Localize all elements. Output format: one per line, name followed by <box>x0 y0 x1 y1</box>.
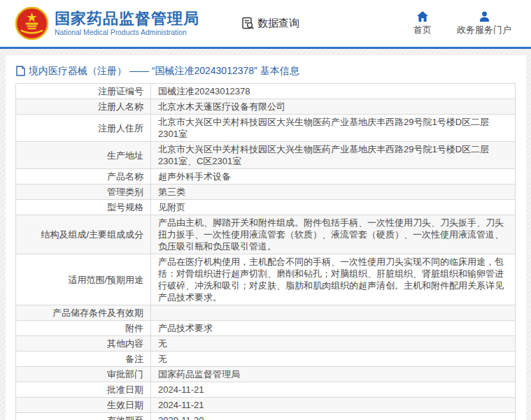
row-attachments: 附件 产品技术要求 <box>16 321 516 336</box>
field-label: 结构及组成/主要组成成分 <box>16 215 151 254</box>
field-value: 第三类 <box>151 184 516 200</box>
row-production-address: 生产地址 北京市大兴区中关村科技园区大兴生物医药产业基地庆丰西路29号院1号楼D… <box>16 142 516 169</box>
row-product-name: 产品名称 超声外科手术设备 <box>16 169 516 184</box>
national-emblem-icon <box>15 7 48 40</box>
agency-name-cn: 国家药品监督管理局 <box>55 10 199 27</box>
document-search-icon <box>241 17 255 30</box>
field-value <box>151 305 516 321</box>
nav-home[interactable]: 首页 <box>413 11 432 36</box>
row-approval-department: 审批部门 国家药品监督管理局 <box>16 367 516 382</box>
field-label: 管理类别 <box>16 184 151 200</box>
row-model-spec: 型号规格 见附页 <box>16 200 516 215</box>
field-label: 备注 <box>16 352 151 367</box>
content-panel: 境内医疗器械（注册） —— “国械注准20243012378” 基本信息 注册证… <box>6 55 526 420</box>
row-remarks: 备注 无 <box>16 352 516 367</box>
user-icon <box>479 11 490 22</box>
field-label: 适用范围/预期用途 <box>16 254 151 305</box>
field-value: 北京市大兴区中关村科技园区大兴生物医药产业基地庆丰西路29号院1号楼D区二层23… <box>151 115 516 142</box>
row-registration-number: 注册证编号 国械注准20243012378 <box>16 84 516 99</box>
agency-logo[interactable]: 国家药品监督管理局 National Medical Products Admi… <box>15 7 199 40</box>
row-approval-date: 批准日期 2024-11-21 <box>16 382 516 398</box>
field-label: 生效日期 <box>16 398 151 413</box>
agency-name-en: National Medical Products Administration <box>55 29 199 36</box>
nav-portal-label: 政务服务门户 <box>457 24 511 36</box>
field-value: 无 <box>151 352 516 367</box>
field-label: 批准日期 <box>16 382 151 398</box>
field-value: 2024-11-21 <box>151 382 516 398</box>
field-label: 注册人住所 <box>16 115 151 142</box>
field-label: 注册人名称 <box>16 99 151 115</box>
field-value: 无 <box>151 336 516 352</box>
row-registrant-address: 注册人住所 北京市大兴区中关村科技园区大兴生物医药产业基地庆丰西路29号院1号楼… <box>16 115 516 142</box>
row-registrant-name: 注册人名称 北京水木天蓬医疗设备有限公司 <box>16 99 516 115</box>
row-expiry-date: 有效期至 2029-11-20 <box>16 413 516 420</box>
document-icon <box>16 66 25 76</box>
row-management-category: 管理类别 第三类 <box>16 184 516 200</box>
row-intended-use: 适用范围/预期用途 产品在医疗机构使用，主机配合不同的手柄、一次性使用刀头实现不… <box>16 254 516 305</box>
field-label: 型号规格 <box>16 200 151 215</box>
site-header: 国家药品监督管理局 National Medical Products Admi… <box>0 0 531 49</box>
field-value: 见附页 <box>151 200 516 215</box>
breadcrumb-text: 境内医疗器械（注册） —— “国械注准20243012378” 基本信息 <box>29 63 299 78</box>
row-structure-composition: 结构及组成/主要组成成分 产品由主机、脚踏开关和附件组成。附件包括手柄、一次性使… <box>16 215 516 254</box>
field-label: 注册证编号 <box>16 84 151 99</box>
field-value: 2029-11-20 <box>151 413 516 420</box>
field-label: 审批部门 <box>16 367 151 382</box>
field-value: 产品由主机、脚踏开关和附件组成。附件包括手柄、一次性使用刀头、刀头扳手、刀头扭力… <box>151 215 516 254</box>
nav-portal[interactable]: 政务服务门户 <box>457 11 511 36</box>
home-icon <box>417 11 428 22</box>
field-label: 有效期至 <box>16 413 151 420</box>
field-value: 2024-11-21 <box>151 398 516 413</box>
field-label: 产品储存条件及有效期 <box>16 305 151 321</box>
nav-home-label: 首页 <box>413 24 432 36</box>
field-value: 北京水木天蓬医疗设备有限公司 <box>151 99 516 115</box>
field-label: 附件 <box>16 321 151 336</box>
nav-data-query[interactable]: 数据查询 <box>241 17 299 30</box>
breadcrumb: 境内医疗器械（注册） —— “国械注准20243012378” 基本信息 <box>16 63 516 78</box>
field-value: 国家药品监督管理局 <box>151 367 516 382</box>
field-value: 超声外科手术设备 <box>151 169 516 184</box>
row-effective-date: 生效日期 2024-11-21 <box>16 398 516 413</box>
row-other-content: 其他内容 无 <box>16 336 516 352</box>
row-storage-validity: 产品储存条件及有效期 <box>16 305 516 321</box>
field-label: 生产地址 <box>16 142 151 169</box>
field-value: 产品在医疗机构使用，主机配合不同的手柄、一次性使用刀头实现不同的临床用途，包括：… <box>151 254 516 305</box>
registration-info-table: 注册证编号 国械注准20243012378 注册人名称 北京水木天蓬医疗设备有限… <box>15 83 516 420</box>
field-value: 产品技术要求 <box>151 321 516 336</box>
field-value: 国械注准20243012378 <box>151 84 516 99</box>
field-label: 产品名称 <box>16 169 151 184</box>
field-label: 其他内容 <box>16 336 151 352</box>
field-value: 北京市大兴区中关村科技园区大兴生物医药产业基地庆丰西路29号院1号楼D区二层23… <box>151 142 516 169</box>
nav-data-query-label: 数据查询 <box>257 17 299 30</box>
